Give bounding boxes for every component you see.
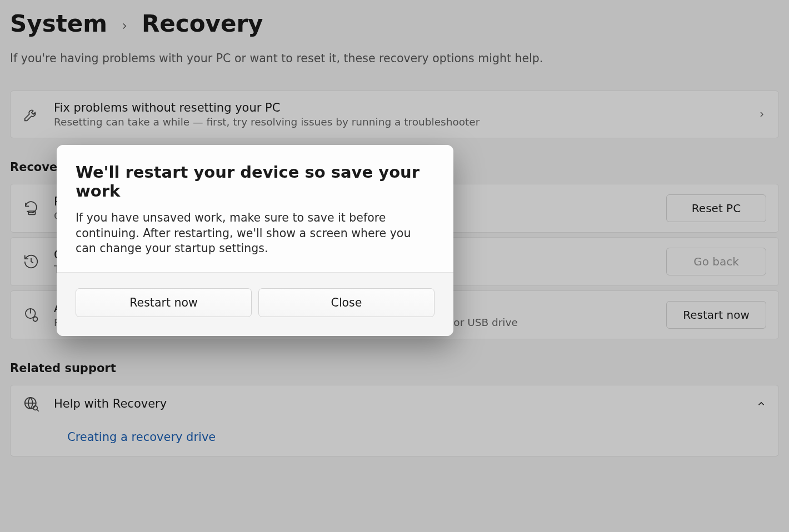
restart-dialog: We'll restart your device so save your w… (57, 145, 453, 336)
dialog-text: If you have unsaved work, make sure to s… (76, 210, 435, 257)
dialog-restart-now-button[interactable]: Restart now (76, 288, 252, 317)
dialog-title: We'll restart your device so save your w… (76, 163, 435, 200)
dialog-close-button[interactable]: Close (258, 288, 435, 317)
